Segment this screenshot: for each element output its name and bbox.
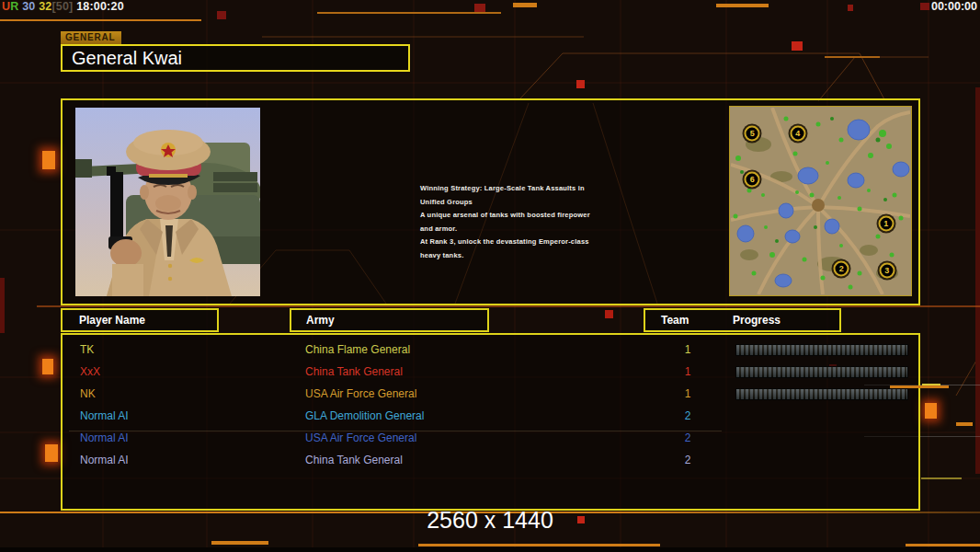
deco-underline	[0, 19, 201, 21]
stats-segment: 18:00:20	[73, 0, 123, 13]
deco-line	[317, 12, 501, 14]
column-header-team-progress: Team Progress	[644, 308, 841, 332]
player-row: TK China Flame General 1	[63, 339, 918, 361]
deco-dash	[956, 422, 973, 426]
player-army: China Flame General	[305, 339, 410, 361]
player-army: China Tank General	[305, 361, 403, 383]
deco-orange-glow	[45, 444, 58, 462]
player-team: 2	[680, 449, 695, 471]
deco-bottom-strip	[0, 547, 980, 552]
general-tab-label: GENERAL	[61, 31, 121, 44]
debug-stats-readout: UR 30 32[50] 18:00:20	[2, 0, 124, 13]
player-row: Normal AI China Tank General 2	[63, 449, 918, 471]
map-marker: 6	[745, 171, 760, 187]
stats-segment: 32	[35, 0, 51, 13]
deco-orange-glow	[925, 403, 937, 419]
deco-dash	[513, 3, 537, 7]
map-marker: 3	[879, 262, 895, 278]
player-army: GLA Demolition General	[305, 405, 424, 427]
deco-edge-band	[0, 278, 5, 333]
deco-dash-over-bar	[890, 385, 949, 388]
column-header-army: Army	[290, 308, 489, 332]
player-name: Normal AI	[80, 405, 129, 427]
player-army: China Tank General	[305, 449, 403, 471]
deco-dash	[921, 477, 962, 479]
map-preview: 5 4 6 1 2 3	[729, 106, 912, 296]
strategy-line: A unique arsenal of tanks with boosted f…	[420, 209, 604, 236]
deco-dash	[825, 56, 880, 58]
player-row: NK USA Air Force General 1	[63, 383, 918, 405]
map-marker: 2	[834, 260, 849, 276]
player-team: 1	[680, 383, 695, 405]
loading-screen: UR 30 32[50] 18:00:20 00:00:00 GENERAL G…	[0, 0, 980, 552]
map-marker: 4	[790, 126, 805, 142]
strategy-line: Winning Strategy: Large-Scale Tank Assau…	[420, 182, 604, 209]
loading-progress-bar	[735, 388, 908, 400]
stats-segment: [50]	[51, 0, 73, 13]
column-header-team: Team	[661, 310, 689, 330]
deco-edge-band	[975, 87, 980, 474]
game-timer: 00:00:00	[931, 0, 977, 13]
stats-segment: 30	[18, 0, 35, 13]
map-marker: 5	[745, 126, 760, 142]
deco-red-square	[848, 5, 853, 11]
map-marker: 1	[878, 216, 894, 232]
deco-orange-glow	[42, 359, 53, 374]
stats-segment: U	[2, 0, 10, 13]
deco-line	[37, 305, 980, 307]
loading-progress-bar	[735, 344, 908, 356]
deco-red-square	[217, 11, 226, 19]
general-portrait	[75, 108, 260, 296]
deco-line	[69, 431, 722, 431]
player-name: NK	[80, 383, 96, 405]
player-row: XxX China Tank General 1	[63, 361, 918, 383]
general-name-title: General Kwai	[61, 44, 410, 72]
column-header-progress: Progress	[733, 310, 781, 330]
deco-red-square	[920, 3, 929, 10]
strategy-text-block: Winning Strategy: Large-Scale Tank Assau…	[420, 182, 604, 263]
column-header-player-name: Player Name	[61, 308, 219, 332]
loading-progress-bar	[735, 366, 908, 378]
deco-line	[418, 544, 660, 546]
player-name: XxX	[80, 361, 100, 383]
deco-red-square	[474, 4, 485, 12]
player-list-panel: TK China Flame General 1 XxX China Tank …	[61, 333, 920, 511]
player-row: Normal AI GLA Demolition General 2	[63, 405, 918, 427]
strategy-line: At Rank 3, unlock the devastating Empero…	[420, 236, 604, 262]
deco-line	[906, 544, 980, 546]
deco-red-square	[576, 80, 585, 88]
player-name: TK	[80, 339, 94, 361]
player-team: 1	[680, 361, 695, 383]
deco-red-square	[605, 310, 613, 318]
deco-red-square	[792, 41, 803, 51]
player-name: Normal AI	[80, 449, 129, 471]
player-team: 2	[680, 405, 695, 427]
player-team: 1	[680, 339, 695, 361]
deco-dash	[716, 4, 769, 7]
deco-dash	[211, 541, 268, 545]
player-army: USA Air Force General	[305, 383, 416, 405]
deco-orange-glow	[42, 151, 55, 169]
resolution-label: 2560 x 1440	[389, 507, 591, 534]
